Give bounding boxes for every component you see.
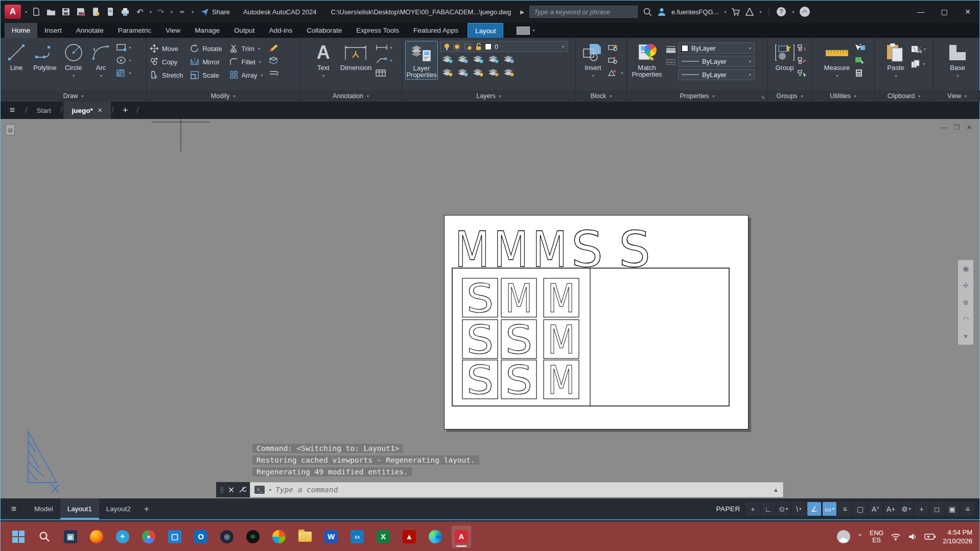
trim-button[interactable]: Trim▾: [229, 43, 263, 54]
object-snap-icon[interactable]: ▭▾: [823, 502, 836, 516]
isometric-drafting-icon[interactable]: \▾: [792, 502, 806, 516]
measure-caret-icon[interactable]: ▾: [836, 73, 838, 80]
polyline-button[interactable]: Polyline: [31, 41, 59, 73]
group-button[interactable]: Group: [774, 41, 796, 73]
taskbar-excel-icon[interactable]: X: [374, 525, 393, 548]
print-icon[interactable]: [120, 6, 131, 17]
arc-caret-icon[interactable]: ▾: [100, 73, 102, 80]
search-expand-icon[interactable]: ▶: [520, 9, 524, 15]
object-color-combo[interactable]: ByLayer▾: [678, 42, 755, 54]
orbit-icon[interactable]: ◠: [963, 315, 969, 323]
measure-button[interactable]: Measure ▾: [822, 41, 852, 81]
properties-launcher-icon[interactable]: ↘: [761, 94, 765, 100]
edit-block-icon[interactable]: [608, 55, 623, 65]
draw-panel-label[interactable]: Draw▾: [1, 90, 146, 102]
layer-tool-icon[interactable]: [472, 55, 484, 66]
insert-caret-icon[interactable]: ▾: [592, 73, 594, 80]
line-button[interactable]: Line: [4, 41, 29, 73]
save-to-web-icon[interactable]: [105, 6, 116, 17]
undo-caret-icon[interactable]: ▾: [150, 10, 152, 14]
command-expand-icon[interactable]: ▲: [773, 487, 779, 493]
taskbar-steam-icon[interactable]: ◎: [217, 525, 237, 548]
clean-screen-icon[interactable]: ▣: [945, 502, 959, 516]
layout1-tab[interactable]: Layout1: [60, 498, 99, 519]
base-caret-icon[interactable]: ▾: [956, 73, 959, 80]
zoom-icon[interactable]: ⊕: [963, 298, 969, 306]
copy-button[interactable]: Copy: [150, 56, 183, 67]
viewport-minimize-icon[interactable]: —: [940, 124, 948, 131]
new-drawing-tab-button[interactable]: +: [115, 102, 135, 119]
layer-tool-icon[interactable]: [487, 68, 500, 79]
file-tabs-menu-icon[interactable]: ≡: [1, 102, 24, 119]
ribbon-tab-add-ins[interactable]: Add-ins: [262, 23, 299, 38]
close-button[interactable]: ✕: [956, 1, 979, 23]
annotation-panel-label[interactable]: Annotation▾: [300, 90, 402, 102]
taskbar-outlook-icon[interactable]: O: [191, 525, 211, 548]
lineweight-combo[interactable]: ByLayer▾: [678, 56, 755, 67]
ellipse-tool-icon[interactable]: ▾: [116, 55, 131, 65]
properties-panel-label[interactable]: Properties▾↘: [627, 90, 767, 102]
quick-calculator-icon[interactable]: [854, 68, 866, 78]
ortho-mode-icon[interactable]: ∟: [761, 502, 775, 516]
command-recent-caret-icon[interactable]: ▾: [269, 488, 271, 492]
command-bar-drag-icon[interactable]: ⣿: [220, 487, 224, 493]
qat-customize-caret-icon[interactable]: ▾: [192, 10, 194, 14]
ribbon-tab-insert[interactable]: Insert: [37, 23, 69, 38]
maximize-button[interactable]: ▢: [932, 1, 956, 23]
layout2-tab[interactable]: Layout2: [99, 498, 138, 519]
groups-panel-label[interactable]: Groups▾: [768, 90, 811, 102]
qat-customize-icon[interactable]: ≂: [176, 6, 188, 17]
autodesk-caret-icon[interactable]: ▾: [759, 10, 761, 14]
lineweight-display-icon[interactable]: ≡: [838, 502, 852, 516]
ribbon-tab-express-tools[interactable]: Express Tools: [349, 23, 406, 38]
hatch-tool-icon[interactable]: ▾: [116, 68, 131, 78]
taskbar-search-icon[interactable]: [35, 525, 54, 548]
viewport-restore-icon[interactable]: ❐: [952, 124, 961, 131]
layer-tool-icon[interactable]: [472, 68, 484, 79]
view-panel-label[interactable]: View▾: [934, 90, 980, 102]
user-avatar-icon[interactable]: [657, 7, 666, 16]
ribbon-tab-home[interactable]: Home: [5, 23, 37, 38]
save-icon[interactable]: [60, 6, 72, 17]
search-icon[interactable]: [643, 7, 652, 16]
ribbon-tab-parametric[interactable]: Parametric: [111, 23, 158, 38]
annotation-visibility-icon[interactable]: A°: [869, 502, 882, 516]
ribbon-tab-layout[interactable]: Layout: [468, 23, 504, 38]
taskbar-microsoft-store-icon[interactable]: ▢: [165, 525, 184, 548]
table-icon[interactable]: [376, 68, 392, 78]
autocad-app-icon[interactable]: A: [5, 5, 21, 19]
autoscale-annotation-icon[interactable]: A+: [884, 502, 898, 516]
circle-button[interactable]: Circle ▾: [61, 41, 86, 81]
taskbar-clock[interactable]: 4:54 PM 2/10/2026: [943, 528, 972, 545]
quick-select-icon[interactable]: [854, 42, 866, 53]
ribbon-tab-annotate[interactable]: Annotate: [69, 23, 111, 38]
ungroup-icon[interactable]: x: [797, 42, 807, 53]
group-selection-icon[interactable]: [797, 68, 807, 78]
user-menu-caret-icon[interactable]: ▾: [724, 10, 726, 14]
move-button[interactable]: Move: [150, 43, 183, 54]
paste-caret-icon[interactable]: ▾: [895, 73, 897, 80]
erase-tool-icon[interactable]: [268, 42, 279, 53]
layer-tool-icon[interactable]: [457, 55, 469, 66]
array-button[interactable]: Array▾: [229, 69, 263, 81]
dimension-button[interactable]: Dimension: [338, 41, 374, 73]
ribbon-tab-view[interactable]: View: [158, 23, 188, 38]
utilities-panel-label[interactable]: Utilities▾: [812, 90, 874, 102]
object-snap-tracking-icon[interactable]: ∠: [807, 502, 821, 516]
navbar-menu-icon[interactable]: ▾: [964, 332, 967, 340]
text-caret-icon[interactable]: ▾: [322, 73, 324, 80]
ribbon-display-caret-icon[interactable]: ▾: [532, 28, 534, 33]
redo-icon[interactable]: ↷: [155, 6, 167, 17]
annotation-scale-icon[interactable]: ⚙▾: [899, 502, 913, 516]
ribbon-display-toggle[interactable]: ▾: [517, 23, 534, 38]
create-block-icon[interactable]: [608, 42, 623, 53]
select-similar-icon[interactable]: [854, 55, 866, 65]
taskbar-vscode-icon[interactable]: ‹›: [347, 525, 367, 548]
mirror-button[interactable]: Mirror: [190, 56, 222, 67]
taskbar-chrome-icon[interactable]: ●: [139, 525, 158, 548]
app-menu-caret-icon[interactable]: ▾: [25, 10, 27, 14]
taskbar-app-window-icon[interactable]: ▣: [61, 525, 80, 548]
offset-tool-icon[interactable]: [268, 68, 279, 78]
wifi-icon[interactable]: [891, 533, 901, 541]
rectangle-tool-icon[interactable]: ▾: [116, 42, 131, 53]
